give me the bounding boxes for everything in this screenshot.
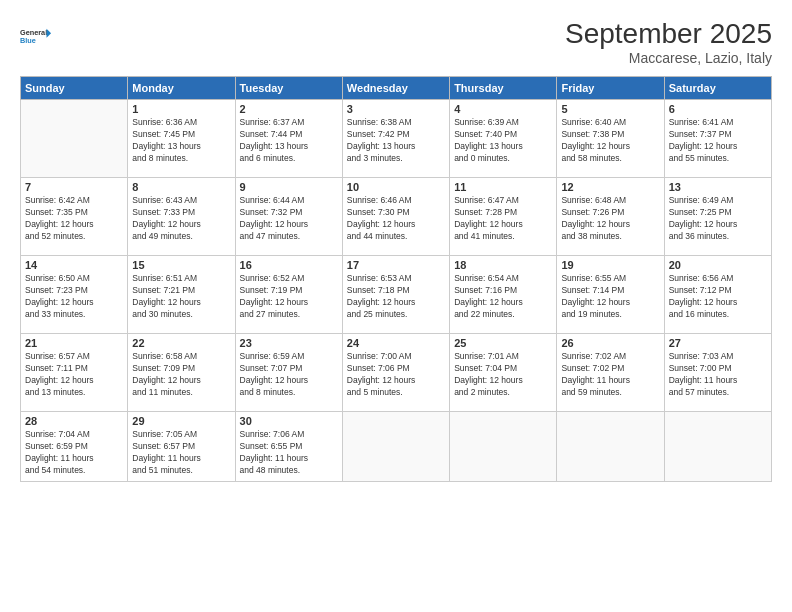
calendar-day-cell: 1Sunrise: 6:36 AMSunset: 7:45 PMDaylight… <box>128 100 235 178</box>
day-info: Sunrise: 6:39 AMSunset: 7:40 PMDaylight:… <box>454 117 552 165</box>
day-info: Sunrise: 7:04 AMSunset: 6:59 PMDaylight:… <box>25 429 123 477</box>
day-info: Sunrise: 7:00 AMSunset: 7:06 PMDaylight:… <box>347 351 445 399</box>
location: Maccarese, Lazio, Italy <box>565 50 772 66</box>
day-info: Sunrise: 6:54 AMSunset: 7:16 PMDaylight:… <box>454 273 552 321</box>
calendar-day-cell: 4Sunrise: 6:39 AMSunset: 7:40 PMDaylight… <box>450 100 557 178</box>
day-info: Sunrise: 6:50 AMSunset: 7:23 PMDaylight:… <box>25 273 123 321</box>
day-number: 11 <box>454 181 552 193</box>
day-number: 13 <box>669 181 767 193</box>
day-number: 17 <box>347 259 445 271</box>
calendar-day-header: Sunday <box>21 77 128 100</box>
day-number: 25 <box>454 337 552 349</box>
calendar-day-cell: 14Sunrise: 6:50 AMSunset: 7:23 PMDayligh… <box>21 256 128 334</box>
day-info: Sunrise: 6:58 AMSunset: 7:09 PMDaylight:… <box>132 351 230 399</box>
calendar-week-row: 14Sunrise: 6:50 AMSunset: 7:23 PMDayligh… <box>21 256 772 334</box>
day-number: 3 <box>347 103 445 115</box>
day-number: 15 <box>132 259 230 271</box>
day-info: Sunrise: 7:02 AMSunset: 7:02 PMDaylight:… <box>561 351 659 399</box>
day-number: 9 <box>240 181 338 193</box>
calendar-day-cell: 22Sunrise: 6:58 AMSunset: 7:09 PMDayligh… <box>128 334 235 412</box>
logo-svg: General Blue <box>20 18 52 54</box>
day-info: Sunrise: 7:06 AMSunset: 6:55 PMDaylight:… <box>240 429 338 477</box>
day-info: Sunrise: 6:44 AMSunset: 7:32 PMDaylight:… <box>240 195 338 243</box>
calendar-day-cell <box>342 412 449 482</box>
day-info: Sunrise: 7:01 AMSunset: 7:04 PMDaylight:… <box>454 351 552 399</box>
calendar-day-header: Monday <box>128 77 235 100</box>
calendar-day-cell <box>450 412 557 482</box>
day-info: Sunrise: 6:55 AMSunset: 7:14 PMDaylight:… <box>561 273 659 321</box>
day-info: Sunrise: 6:37 AMSunset: 7:44 PMDaylight:… <box>240 117 338 165</box>
calendar-day-cell: 10Sunrise: 6:46 AMSunset: 7:30 PMDayligh… <box>342 178 449 256</box>
calendar-day-cell <box>21 100 128 178</box>
calendar-day-cell <box>557 412 664 482</box>
day-info: Sunrise: 7:03 AMSunset: 7:00 PMDaylight:… <box>669 351 767 399</box>
day-info: Sunrise: 6:51 AMSunset: 7:21 PMDaylight:… <box>132 273 230 321</box>
day-number: 14 <box>25 259 123 271</box>
calendar-week-row: 21Sunrise: 6:57 AMSunset: 7:11 PMDayligh… <box>21 334 772 412</box>
day-number: 24 <box>347 337 445 349</box>
calendar-week-row: 1Sunrise: 6:36 AMSunset: 7:45 PMDaylight… <box>21 100 772 178</box>
calendar-table: SundayMondayTuesdayWednesdayThursdayFrid… <box>20 76 772 482</box>
day-info: Sunrise: 6:48 AMSunset: 7:26 PMDaylight:… <box>561 195 659 243</box>
day-number: 20 <box>669 259 767 271</box>
calendar-day-cell: 3Sunrise: 6:38 AMSunset: 7:42 PMDaylight… <box>342 100 449 178</box>
calendar-day-cell: 9Sunrise: 6:44 AMSunset: 7:32 PMDaylight… <box>235 178 342 256</box>
day-info: Sunrise: 6:46 AMSunset: 7:30 PMDaylight:… <box>347 195 445 243</box>
day-number: 22 <box>132 337 230 349</box>
calendar-week-row: 7Sunrise: 6:42 AMSunset: 7:35 PMDaylight… <box>21 178 772 256</box>
calendar-day-cell: 8Sunrise: 6:43 AMSunset: 7:33 PMDaylight… <box>128 178 235 256</box>
day-info: Sunrise: 6:53 AMSunset: 7:18 PMDaylight:… <box>347 273 445 321</box>
month-title: September 2025 <box>565 18 772 50</box>
day-info: Sunrise: 6:41 AMSunset: 7:37 PMDaylight:… <box>669 117 767 165</box>
day-number: 8 <box>132 181 230 193</box>
calendar-day-cell: 2Sunrise: 6:37 AMSunset: 7:44 PMDaylight… <box>235 100 342 178</box>
day-number: 1 <box>132 103 230 115</box>
calendar-day-cell: 18Sunrise: 6:54 AMSunset: 7:16 PMDayligh… <box>450 256 557 334</box>
day-number: 30 <box>240 415 338 427</box>
calendar-day-cell: 28Sunrise: 7:04 AMSunset: 6:59 PMDayligh… <box>21 412 128 482</box>
calendar-week-row: 28Sunrise: 7:04 AMSunset: 6:59 PMDayligh… <box>21 412 772 482</box>
day-number: 2 <box>240 103 338 115</box>
calendar-day-cell: 30Sunrise: 7:06 AMSunset: 6:55 PMDayligh… <box>235 412 342 482</box>
day-info: Sunrise: 6:47 AMSunset: 7:28 PMDaylight:… <box>454 195 552 243</box>
calendar-day-cell: 19Sunrise: 6:55 AMSunset: 7:14 PMDayligh… <box>557 256 664 334</box>
day-number: 5 <box>561 103 659 115</box>
page-header: General Blue September 2025 Maccarese, L… <box>20 18 772 66</box>
day-info: Sunrise: 6:36 AMSunset: 7:45 PMDaylight:… <box>132 117 230 165</box>
day-number: 28 <box>25 415 123 427</box>
calendar-day-header: Wednesday <box>342 77 449 100</box>
day-number: 7 <box>25 181 123 193</box>
calendar-day-cell: 23Sunrise: 6:59 AMSunset: 7:07 PMDayligh… <box>235 334 342 412</box>
calendar-day-cell: 16Sunrise: 6:52 AMSunset: 7:19 PMDayligh… <box>235 256 342 334</box>
day-info: Sunrise: 6:52 AMSunset: 7:19 PMDaylight:… <box>240 273 338 321</box>
calendar-day-cell: 29Sunrise: 7:05 AMSunset: 6:57 PMDayligh… <box>128 412 235 482</box>
logo: General Blue <box>20 18 52 54</box>
day-number: 19 <box>561 259 659 271</box>
day-info: Sunrise: 6:40 AMSunset: 7:38 PMDaylight:… <box>561 117 659 165</box>
day-number: 6 <box>669 103 767 115</box>
calendar-day-cell: 13Sunrise: 6:49 AMSunset: 7:25 PMDayligh… <box>664 178 771 256</box>
calendar-day-cell: 12Sunrise: 6:48 AMSunset: 7:26 PMDayligh… <box>557 178 664 256</box>
calendar-header-row: SundayMondayTuesdayWednesdayThursdayFrid… <box>21 77 772 100</box>
calendar-day-header: Friday <box>557 77 664 100</box>
day-number: 29 <box>132 415 230 427</box>
calendar-day-cell: 27Sunrise: 7:03 AMSunset: 7:00 PMDayligh… <box>664 334 771 412</box>
title-block: September 2025 Maccarese, Lazio, Italy <box>565 18 772 66</box>
day-number: 16 <box>240 259 338 271</box>
day-number: 23 <box>240 337 338 349</box>
svg-text:Blue: Blue <box>20 36 36 45</box>
day-number: 26 <box>561 337 659 349</box>
day-number: 18 <box>454 259 552 271</box>
calendar-day-cell: 26Sunrise: 7:02 AMSunset: 7:02 PMDayligh… <box>557 334 664 412</box>
calendar-day-cell: 17Sunrise: 6:53 AMSunset: 7:18 PMDayligh… <box>342 256 449 334</box>
calendar-day-cell: 20Sunrise: 6:56 AMSunset: 7:12 PMDayligh… <box>664 256 771 334</box>
calendar-day-cell <box>664 412 771 482</box>
svg-marker-2 <box>47 29 52 38</box>
day-info: Sunrise: 6:59 AMSunset: 7:07 PMDaylight:… <box>240 351 338 399</box>
calendar-day-cell: 21Sunrise: 6:57 AMSunset: 7:11 PMDayligh… <box>21 334 128 412</box>
day-number: 21 <box>25 337 123 349</box>
calendar-day-cell: 15Sunrise: 6:51 AMSunset: 7:21 PMDayligh… <box>128 256 235 334</box>
day-info: Sunrise: 7:05 AMSunset: 6:57 PMDaylight:… <box>132 429 230 477</box>
calendar-day-cell: 5Sunrise: 6:40 AMSunset: 7:38 PMDaylight… <box>557 100 664 178</box>
day-number: 10 <box>347 181 445 193</box>
